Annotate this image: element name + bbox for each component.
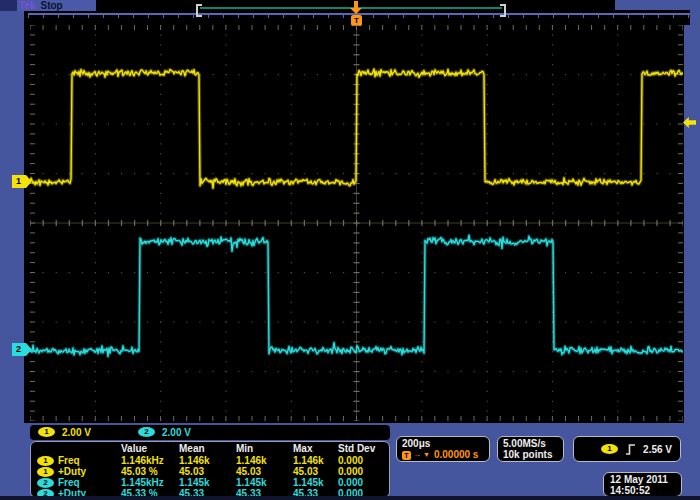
measurement-mean: 1.145k xyxy=(179,477,236,488)
measurement-stddev: 0.000 xyxy=(338,477,391,488)
channel2-badge[interactable]: 2 xyxy=(138,427,155,437)
measurement-value: 1.146kHz xyxy=(121,455,179,466)
status-bar: Tek Stop xyxy=(17,0,96,11)
measurement-max: 1.146k xyxy=(293,455,338,466)
measurement-stddev: 0.000 xyxy=(338,455,391,466)
trigger-position-arrow-icon[interactable] xyxy=(350,8,362,14)
record-window-right-bracket xyxy=(500,4,506,17)
measurement-value: 1.145kHz xyxy=(121,477,179,488)
measurement-min: 1.146k xyxy=(236,455,293,466)
channel1-badge[interactable]: 1 xyxy=(38,427,55,437)
acquisition-readout: 5.00MS/s 10k points xyxy=(497,436,564,462)
column-header-value: Value xyxy=(121,443,179,455)
measurement-row-name: 2 Freq xyxy=(33,477,121,488)
column-header-min: Min xyxy=(236,443,293,455)
channel1-badge: 1 xyxy=(37,456,54,466)
date-value: 12 May 2011 xyxy=(610,474,681,485)
rising-edge-slope-icon xyxy=(625,443,636,456)
measurement-mean: 1.146k xyxy=(179,455,236,466)
measurement-min: 1.145k xyxy=(236,477,293,488)
trigger-readout[interactable]: 1 2.56 V xyxy=(573,436,681,462)
trigger-position-stem-icon[interactable] xyxy=(354,1,358,8)
measurement-max: 45.03 xyxy=(293,466,338,477)
measurement-row-name: 1 +Duty xyxy=(33,466,121,477)
time-value: 14:50:52 xyxy=(610,485,681,496)
column-header-mean: Mean xyxy=(179,443,236,455)
timebase-readout[interactable]: 200μs T → ▼ 0.00000 s xyxy=(396,436,490,462)
trigger-source-badge: 1 xyxy=(601,444,618,454)
channel1-badge: 1 xyxy=(37,467,54,477)
top-left-corner xyxy=(0,0,17,11)
acquisition-status: Stop xyxy=(41,0,63,11)
oscilloscope-screen: Tek Stop T 1 2 1 2.00 V 2 2.00 V Value M… xyxy=(0,0,700,500)
sample-rate: 5.00MS/s xyxy=(503,438,563,449)
trigger-level-arrow-icon[interactable] xyxy=(683,117,696,128)
timebase-scale: 200μs xyxy=(402,438,489,449)
channel2-badge: 2 xyxy=(37,478,54,488)
measurement-stddev: 0.000 xyxy=(338,466,391,477)
measurement-value: 45.03 % xyxy=(121,466,179,477)
arrow-right-icon: → xyxy=(413,449,421,461)
trigger-level-value: 2.56 V xyxy=(643,444,672,455)
measurement-corner-cell xyxy=(33,443,121,455)
record-window-left-bracket xyxy=(196,4,202,17)
timebase-delay-value: 0.00000 s xyxy=(434,449,479,461)
measurement-row-name: 1 Freq xyxy=(33,455,121,466)
channel2-scale: 2.00 V xyxy=(162,427,191,438)
waveform-canvas xyxy=(30,25,683,421)
measurement-name: Freq xyxy=(58,455,80,466)
measurement-name: Freq xyxy=(58,477,80,488)
measurement-mean: 45.03 xyxy=(179,466,236,477)
tek-logo: Tek xyxy=(17,0,36,11)
timebase-delay-row: T → ▼ 0.00000 s xyxy=(402,449,489,461)
column-header-max: Max xyxy=(293,443,338,455)
channel1-scale: 2.00 V xyxy=(62,427,91,438)
measurement-panel: Value Mean Min Max Std Dev 1 Freq 1.146k… xyxy=(30,441,390,498)
channel-scale-bar[interactable]: 1 2.00 V 2 2.00 V xyxy=(30,425,390,440)
record-length: 10k points xyxy=(503,449,563,460)
measurement-name: +Duty xyxy=(58,466,86,477)
measurement-min: 45.03 xyxy=(236,466,293,477)
bottom-edge xyxy=(0,496,700,500)
datetime-readout: 12 May 2011 14:50:52 xyxy=(603,472,682,497)
column-header-stddev: Std Dev xyxy=(338,443,391,455)
marker-down-icon: ▼ xyxy=(423,449,430,461)
trigger-delay-icon: T xyxy=(402,451,411,460)
measurement-max: 1.145k xyxy=(293,477,338,488)
